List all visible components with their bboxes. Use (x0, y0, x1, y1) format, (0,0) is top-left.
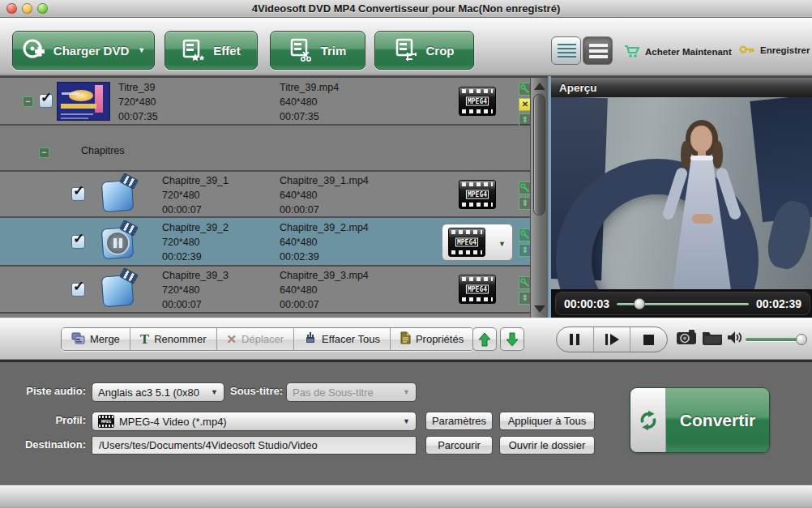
scrollbar-thumb[interactable] (533, 94, 545, 216)
collapse-toggle-icon[interactable]: − (39, 147, 49, 158)
browse-button[interactable]: Parcourir (425, 436, 493, 455)
source-name: Chapitre_39_3 (162, 268, 229, 283)
move-button[interactable]: ✕ Déplacer (217, 328, 295, 350)
simple-list-view-button[interactable] (583, 36, 613, 65)
convert-icon-segment[interactable] (630, 388, 666, 452)
mpeg4-format-icon: MPEG4 (459, 87, 496, 116)
output-settings-panel: Piste audio: Anglais ac3 5.1 (0x80 ▼ Sou… (0, 362, 812, 485)
output-resolution: 640*480 (280, 95, 339, 109)
move-down-button[interactable] (500, 327, 524, 351)
move-x-icon: ✕ (227, 332, 237, 347)
collapse-toggle-icon[interactable]: − (23, 96, 33, 107)
pause-overlay-icon (105, 231, 130, 255)
format-dropdown[interactable]: MPEG4 ▼ (442, 224, 513, 261)
check-icon: ✓ (73, 182, 84, 199)
minimize-button[interactable] (22, 3, 32, 14)
move-up-button[interactable] (472, 327, 497, 351)
chapter-clip-icon (99, 271, 138, 309)
zoom-button[interactable] (37, 3, 48, 14)
output-info: Titre_39.mp4 640*480 00:07:35 (280, 80, 339, 124)
main-area: − ✓ Titre_39 720*480 00:07:35 Titre_39.m… (0, 76, 812, 318)
pause-icon (570, 334, 579, 345)
source-info: Titre_39 720*480 00:07:35 (118, 80, 158, 124)
app-window: 4Videosoft DVD MP4 Convertisseur pour Ma… (0, 0, 812, 508)
film-crop-icon (395, 38, 419, 62)
table-row-chapter-selected[interactable]: ✓ Chapitre_39_2 720*480 00:02:39 Chapitr… (0, 218, 530, 267)
stop-button[interactable] (630, 327, 667, 352)
subtitle-select[interactable]: Pas de Sous-titre ▼ (286, 382, 417, 402)
source-duration: 00:07:35 (118, 109, 158, 124)
chevron-down-icon: ▼ (138, 46, 145, 54)
parameters-label: Paramètres (432, 415, 486, 427)
load-dvd-button[interactable]: Charger DVD ▼ (12, 31, 155, 70)
output-resolution: 640*480 (280, 283, 369, 297)
document-icon (400, 331, 411, 347)
source-resolution: 720*480 (118, 95, 158, 109)
film-stars-icon (182, 38, 206, 62)
snapshot-button[interactable] (676, 329, 697, 348)
volume-slider[interactable] (746, 338, 804, 341)
list-scrollbar[interactable] (530, 76, 548, 318)
buy-now-button[interactable]: Acheter Maintenant (624, 44, 732, 60)
parameters-button[interactable]: Paramètres (425, 412, 493, 430)
merge-button[interactable]: Merge (62, 328, 130, 350)
source-info: Chapitre_39_2 720*480 00:02:39 (162, 220, 229, 264)
trim-label: Trim (321, 44, 347, 58)
convert-button[interactable]: Convertir (630, 387, 770, 453)
rename-t-icon: T (140, 331, 149, 348)
row-checkbox[interactable]: ✓ (39, 94, 53, 108)
volume-thumb[interactable] (796, 334, 807, 345)
destination-field[interactable]: /Users/tes/Documents/4Videosoft Studio/V… (92, 436, 417, 455)
scroll-down-icon[interactable] (534, 305, 545, 313)
row-checkbox[interactable]: ✓ (71, 187, 85, 201)
apply-all-button[interactable]: Appliquer à Tous (499, 412, 595, 430)
chapter-clip-icon (99, 223, 138, 262)
seek-thumb[interactable] (634, 298, 645, 309)
row-checkbox[interactable]: ✓ (71, 235, 85, 249)
edit-toolbar: Merge T Renommer ✕ Déplacer Effacer Tous (0, 318, 812, 360)
clear-all-button[interactable]: Effacer Tous (294, 328, 391, 350)
seek-slider[interactable] (617, 299, 749, 309)
chevron-down-icon: ▼ (403, 417, 410, 425)
source-duration: 00:00:07 (162, 297, 229, 312)
profile-value: MPEG-4 Video (*.mp4) (119, 416, 227, 428)
crop-label: Crop (426, 44, 455, 58)
source-resolution: 720*480 (162, 235, 229, 250)
open-folder-button[interactable]: Ouvrir le dossier (499, 436, 595, 455)
video-frame (551, 97, 812, 289)
effect-button[interactable]: Effet (165, 31, 258, 70)
table-row-chapter[interactable]: ✓ Chapitre_39_3 720*480 00:00:07 Chapitr… (0, 267, 530, 314)
row-checkbox[interactable]: ✓ (71, 283, 85, 297)
properties-button[interactable]: Propriétés (391, 328, 473, 350)
destination-value: /Users/tes/Documents/4Videosoft Studio/V… (99, 439, 318, 451)
rename-button[interactable]: T Renommer (130, 328, 217, 350)
table-row-chapter[interactable]: ✓ Chapitre_39_1 720*480 00:00:07 Chapitr… (0, 172, 530, 218)
output-info: Chapitre_39_2.mp4 640*480 00:02:39 (280, 220, 369, 264)
output-name: Chapitre_39_3.mp4 (280, 268, 369, 283)
detail-list-view-button[interactable] (551, 36, 581, 65)
convert-label-segment[interactable]: Convertir (666, 388, 769, 452)
effect-label: Effet (213, 44, 240, 58)
profile-select[interactable]: MPEG MPEG-4 Video (*.mp4) ▼ (92, 412, 417, 431)
source-duration: 00:00:07 (162, 203, 229, 217)
close-button[interactable] (6, 3, 17, 14)
stop-icon (643, 335, 654, 345)
chapter-clip-icon (99, 176, 138, 215)
open-snapshot-folder-button[interactable] (702, 329, 723, 348)
scroll-up-icon[interactable] (534, 83, 545, 90)
load-dvd-label: Charger DVD (53, 44, 129, 58)
table-row-section[interactable]: − Chapitres (0, 126, 530, 172)
register-button[interactable]: Enregistrer (739, 44, 810, 57)
trim-button[interactable]: Trim (270, 31, 365, 70)
mute-button[interactable] (727, 331, 743, 348)
output-name: Titre_39.mp4 (280, 80, 339, 95)
table-row-title[interactable]: − ✓ Titre_39 720*480 00:07:35 Titre_39.m… (0, 78, 530, 126)
reorder-buttons (472, 327, 524, 351)
play-button[interactable] (594, 327, 631, 352)
crop-button[interactable]: Crop (374, 31, 474, 70)
pause-button[interactable] (557, 327, 594, 352)
register-label: Enregistrer (760, 45, 810, 55)
chevron-down-icon: ▼ (403, 388, 410, 396)
merge-icon (71, 332, 85, 347)
video-thumbnail (57, 82, 110, 121)
